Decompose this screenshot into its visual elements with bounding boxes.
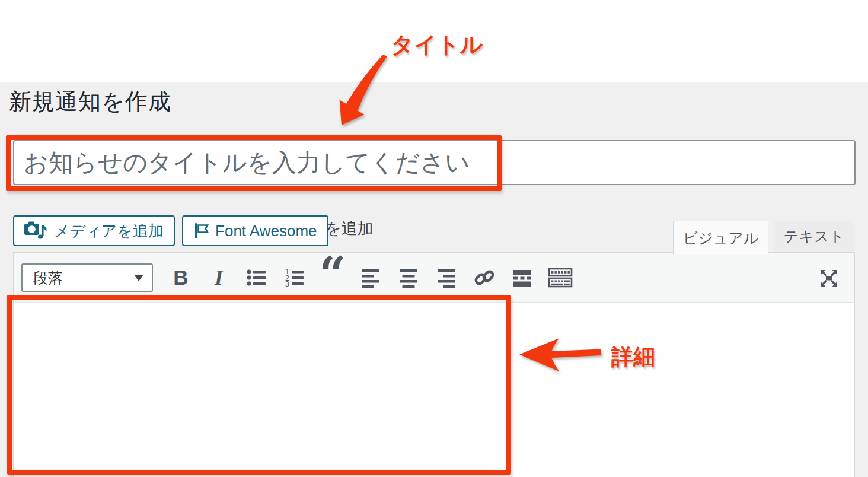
paragraph-format-dropdown[interactable]: 段落: [21, 263, 153, 292]
media-buttons-row: メディアを追加 Font Awesome: [13, 215, 328, 246]
add-media-button[interactable]: メディアを追加: [13, 215, 175, 246]
bold-icon: B: [173, 266, 188, 290]
chain-link-icon: [473, 266, 496, 289]
notification-title-input[interactable]: [13, 140, 856, 185]
suffix-text: を追加: [325, 218, 374, 239]
camera-music-note-icon: [24, 221, 48, 241]
italic-button[interactable]: I: [200, 263, 238, 292]
italic-icon: I: [215, 265, 223, 290]
svg-text:3: 3: [285, 280, 289, 288]
toolbar-buttons: B I 1 2 3: [162, 263, 579, 292]
paragraph-dropdown-value: 段落: [33, 268, 63, 288]
editor-content-area[interactable]: [14, 303, 854, 477]
triangle-down-icon: [134, 275, 143, 281]
flag-icon: [193, 222, 209, 240]
add-media-label: メディアを追加: [54, 221, 164, 241]
blockquote-icon: “: [320, 274, 346, 285]
bulleted-list-button[interactable]: [238, 263, 276, 292]
align-center-button[interactable]: [390, 263, 427, 292]
tab-visual[interactable]: ビジュアル: [673, 221, 768, 255]
align-right-button[interactable]: [427, 263, 465, 292]
align-left-icon: [360, 267, 381, 288]
read-more-divider-icon: [512, 267, 533, 288]
blockquote-button[interactable]: “: [314, 263, 352, 292]
page-title: 新規通知を作成: [9, 87, 171, 117]
fullscreen-button[interactable]: [819, 268, 839, 288]
numbered-list-icon: 1 2 3: [284, 267, 305, 288]
expand-arrows-icon: [819, 268, 839, 288]
align-center-icon: [398, 267, 419, 288]
font-awesome-label: Font Awesome: [215, 222, 317, 240]
annotation-title-label: タイトル: [391, 30, 483, 60]
link-button[interactable]: [465, 263, 503, 292]
align-right-icon: [436, 267, 457, 288]
tab-text[interactable]: テキスト: [774, 221, 854, 252]
keyboard-toolbar-toggle-icon: [548, 267, 573, 288]
numbered-list-button[interactable]: 1 2 3: [276, 263, 314, 292]
bold-button[interactable]: B: [162, 263, 200, 292]
more-tag-button[interactable]: [503, 263, 541, 292]
bullet-list-icon: [246, 267, 267, 288]
editor-toolbar: 段落 B I 1: [14, 253, 854, 303]
align-left-button[interactable]: [352, 263, 390, 292]
editor-wrapper: 段落 B I 1: [13, 252, 855, 477]
font-awesome-button[interactable]: Font Awesome: [182, 215, 328, 246]
toolbar-toggle-button[interactable]: [541, 263, 579, 292]
